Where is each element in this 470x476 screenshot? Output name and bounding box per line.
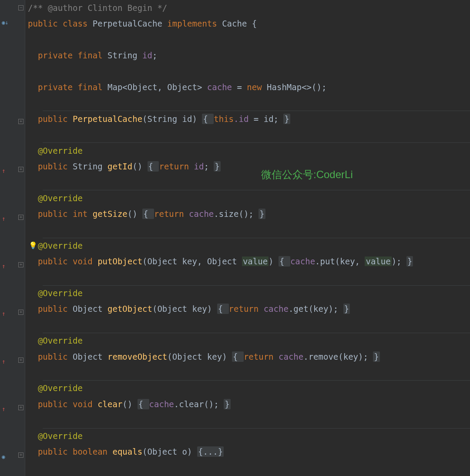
override-annotation: @Override	[28, 146, 83, 155]
method-removeobject: public Object removeObject(Object key) {…	[28, 349, 470, 365]
watermark-text: 微信公众号:CoderLi	[261, 168, 353, 182]
fold-icon[interactable]: +	[18, 167, 24, 172]
method-getobject: public Object getObject(Object key) { re…	[28, 301, 470, 317]
fold-icon[interactable]: +	[18, 452, 24, 458]
javadoc-comment: /** @author Clinton Begin */	[28, 3, 167, 13]
method-equals: public boolean equals(Object o) {...}	[28, 444, 470, 459]
method-getid: public String getId() { return id; }	[28, 159, 470, 174]
fold-icon[interactable]: +	[18, 215, 24, 220]
method-clear: public void clear() { cache.clear(); }	[28, 396, 470, 412]
fold-icon[interactable]: +	[18, 262, 24, 267]
method-putobject: public void putObject(Object key, Object…	[28, 253, 470, 269]
override-annotation: @Override	[28, 193, 83, 203]
override-annotation: @Override	[28, 383, 83, 393]
fold-icon[interactable]: +	[18, 310, 24, 315]
implements-icon[interactable]: ◉↓	[0, 16, 25, 29]
field-cache: private final Map<Object, Object> cache …	[28, 79, 470, 95]
method-getsize: public int getSize() { return cache.size…	[28, 206, 470, 222]
constructor: public PerpetualCache(String id) { this.…	[28, 111, 470, 127]
code-editor[interactable]: /** @author Clinton Begin */ public clas…	[25, 0, 470, 476]
bulb-icon[interactable]: 💡	[29, 238, 37, 253]
fold-icon[interactable]: +	[18, 119, 24, 124]
fold-icon[interactable]: −	[18, 5, 24, 10]
override-annotation: @Override	[28, 288, 83, 298]
fold-icon[interactable]: +	[18, 358, 24, 363]
class-declaration: public class PerpetualCache implements C…	[28, 16, 470, 31]
fold-icon[interactable]: +	[18, 405, 24, 410]
field-id: private final String id;	[28, 47, 470, 63]
override-annotation: @Override	[28, 336, 83, 345]
editor-gutter: − ◉↓ + ↑ + ↑ + ↑ + ↑ + ↑ + ↑ + ◉ +	[0, 0, 25, 476]
override-annotation: @Override	[28, 431, 83, 441]
